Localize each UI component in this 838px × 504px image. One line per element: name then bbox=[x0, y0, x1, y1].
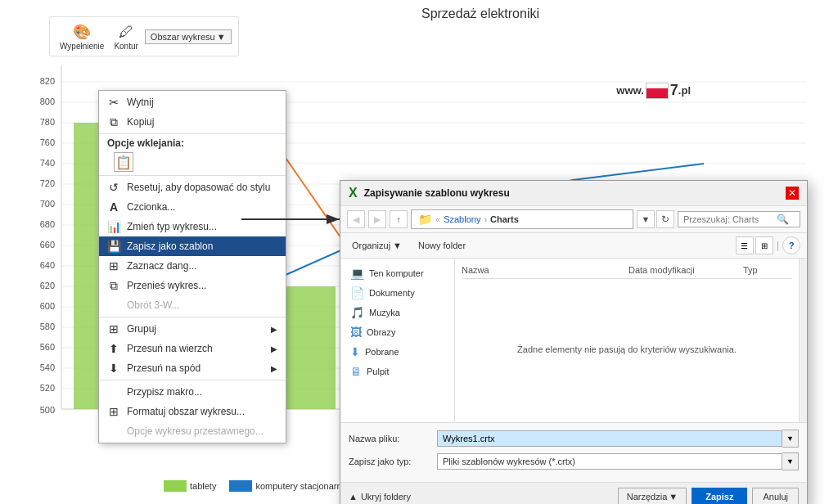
svg-text:760: 760 bbox=[40, 137, 55, 147]
contour-button[interactable]: 🖊 Kontur bbox=[110, 20, 141, 52]
pivot-icon bbox=[107, 425, 120, 438]
bring-forward-icon: ⬆ bbox=[107, 342, 120, 355]
search-input[interactable] bbox=[683, 214, 773, 224]
contour-icon: 🖊 bbox=[116, 22, 136, 42]
move-chart-icon: ⧉ bbox=[107, 279, 120, 292]
svg-text:500: 500 bbox=[40, 405, 55, 415]
dialog-sidebar: 💻 Ten komputer 📄 Dokumenty 🎵 Muzyka 🖼 Ob… bbox=[340, 259, 455, 422]
send-back-icon: ⬇ bbox=[107, 362, 120, 375]
paste-icon-row: 📋 bbox=[99, 151, 286, 173]
sidebar-pobrane[interactable]: ⬇ Pobrane bbox=[340, 342, 454, 362]
mark-data-icon: ⊞ bbox=[107, 259, 120, 272]
dialog-main: Nazwa Data modyfikacji Typ Żadne element… bbox=[455, 259, 799, 422]
dialog-footer: Nazwa pliku: ▼ Zapisz jako typ: Pliki sz… bbox=[340, 422, 807, 482]
svg-text:780: 780 bbox=[40, 117, 55, 127]
dialog-title-text: Zapisywanie szablonu wykresu bbox=[364, 187, 510, 199]
nav-refresh-button[interactable]: ↻ bbox=[656, 210, 674, 228]
menu-cut[interactable]: ✂ Wytnij bbox=[99, 92, 286, 112]
sidebar-obrazy[interactable]: 🖼 Obrazy bbox=[340, 322, 454, 342]
help-button[interactable]: ? bbox=[782, 236, 800, 254]
svg-text:540: 540 bbox=[40, 362, 55, 372]
paste-icon-button[interactable]: 📋 bbox=[114, 152, 133, 172]
new-folder-button[interactable]: Nowy folder bbox=[412, 238, 472, 253]
fill-button[interactable]: 🎨 Wypełnienie bbox=[56, 20, 107, 52]
menu-mark-data[interactable]: ⊞ Zaznacz dang... bbox=[99, 256, 286, 276]
tools-button[interactable]: Narzędzia ▼ bbox=[618, 488, 687, 504]
filename-row: Nazwa pliku: ▼ bbox=[349, 430, 799, 448]
svg-text:560: 560 bbox=[40, 342, 55, 352]
sidebar-dokumenty[interactable]: 📄 Dokumenty bbox=[340, 283, 454, 303]
dialog-scrollbar[interactable] bbox=[799, 259, 807, 422]
dialog-toolbar: Organizuj ▼ Nowy folder ☰ ⊞ | ? bbox=[340, 233, 807, 259]
rotate-3d-icon bbox=[107, 299, 120, 312]
menu-reset-style[interactable]: ↺ Resetuj, aby dopasować do stylu bbox=[99, 178, 286, 197]
filetype-dropdown-arrow[interactable]: ▼ bbox=[782, 452, 799, 470]
nav-forward-button[interactable]: ▶ bbox=[368, 210, 386, 228]
organize-arrow-icon: ▼ bbox=[393, 241, 402, 250]
search-box: 🔍 bbox=[678, 211, 800, 227]
menu-rotate-3d: Obrót 3-W... bbox=[99, 295, 286, 315]
organize-button[interactable]: Organizuj ▼ bbox=[347, 238, 407, 253]
context-menu: ✂ Wytnij ⧉ Kopiuj Opcje wklejania: 📋 ↺ R… bbox=[98, 90, 286, 443]
area-dropdown[interactable]: Obszar wykresu ▼ bbox=[145, 29, 232, 44]
nav-back-button[interactable]: ◀ bbox=[347, 210, 365, 228]
format-area-icon: ⊞ bbox=[107, 405, 120, 418]
col-date-header[interactable]: Data modyfikacji bbox=[628, 265, 743, 275]
menu-group[interactable]: ⊞ Grupuj ▶ bbox=[99, 319, 286, 339]
breadcrumb-szablony[interactable]: Szablony bbox=[444, 214, 480, 224]
pulpit-icon: 🖥 bbox=[350, 365, 362, 378]
save-template-icon: 💾 bbox=[107, 240, 120, 253]
col-type-header[interactable]: Typ bbox=[743, 265, 792, 275]
dropdown-arrow-icon: ▼ bbox=[217, 32, 226, 42]
dialog-close-button[interactable]: ✕ bbox=[786, 187, 799, 200]
svg-text:660: 660 bbox=[40, 240, 55, 250]
column-headers: Nazwa Data modyfikacji Typ bbox=[462, 265, 792, 279]
menu-separator-2 bbox=[99, 175, 286, 176]
cancel-button[interactable]: Anuluj bbox=[752, 488, 799, 504]
sidebar-muzyka[interactable]: 🎵 Muzyka bbox=[340, 303, 454, 322]
muzyka-icon: 🎵 bbox=[350, 306, 364, 319]
nav-up-button[interactable]: ↑ bbox=[390, 210, 408, 228]
menu-send-back[interactable]: ⬇ Przesuń na spód ▶ bbox=[99, 358, 286, 378]
macro-icon bbox=[107, 385, 120, 398]
menu-separator-4 bbox=[99, 380, 286, 380]
breadcrumb-path[interactable]: 📁 « Szablony › Charts bbox=[411, 209, 633, 229]
filetype-select-group: Pliki szablonów wykresów (*.crtx) ▼ bbox=[437, 452, 799, 470]
svg-text:580: 580 bbox=[40, 322, 55, 331]
send-back-arrow: ▶ bbox=[271, 364, 277, 373]
menu-assign-macro[interactable]: Przypisz makro... bbox=[99, 382, 286, 402]
menu-format-area[interactable]: ⊞ Formatuj obszar wykresu... bbox=[99, 402, 286, 421]
filename-label: Nazwa pliku: bbox=[349, 434, 430, 443]
dialog-content: 💻 Ten komputer 📄 Dokumenty 🎵 Muzyka 🖼 Ob… bbox=[340, 259, 807, 422]
save-dialog: X Zapisywanie szablonu wykresu ✕ ◀ ▶ ↑ 📁… bbox=[340, 180, 808, 504]
nav-dropdown-button[interactable]: ▼ bbox=[637, 210, 655, 228]
filetype-select[interactable]: Pliki szablonów wykresów (*.crtx) bbox=[437, 453, 782, 470]
col-name-header[interactable]: Nazwa bbox=[462, 265, 628, 275]
search-icon: 🔍 bbox=[777, 214, 789, 225]
breadcrumb-sep1: « bbox=[435, 214, 440, 224]
dokumenty-icon: 📄 bbox=[350, 286, 364, 299]
save-button[interactable]: Zapisz bbox=[692, 488, 747, 504]
dialog-actions: ▲ Ukryj foldery Narzędzia ▼ Zapisz Anulu… bbox=[340, 482, 807, 504]
cut-icon: ✂ bbox=[107, 96, 120, 109]
sidebar-ten-komputer[interactable]: 💻 Ten komputer bbox=[340, 263, 454, 283]
view-list-button[interactable]: ☰ bbox=[736, 236, 754, 254]
copy-icon: ⧉ bbox=[107, 115, 120, 128]
view-buttons: ☰ ⊞ | ? bbox=[736, 236, 800, 254]
reset-icon: ↺ bbox=[107, 181, 120, 194]
sidebar-pulpit[interactable]: 🖥 Pulpit bbox=[340, 362, 454, 381]
menu-copy[interactable]: ⧉ Kopiuj bbox=[99, 112, 286, 132]
svg-text:620: 620 bbox=[40, 281, 55, 290]
svg-text:720: 720 bbox=[40, 178, 55, 188]
filename-dropdown-arrow[interactable]: ▼ bbox=[782, 430, 799, 448]
menu-move-chart[interactable]: ⧉ Przenieś wykres... bbox=[99, 276, 286, 295]
arrow-indicator bbox=[241, 203, 356, 236]
view-details-button[interactable]: ⊞ bbox=[755, 236, 773, 254]
svg-text:740: 740 bbox=[40, 158, 55, 168]
menu-save-template[interactable]: 💾 Zapisz jako szablon bbox=[99, 236, 286, 256]
filename-input[interactable] bbox=[437, 430, 782, 447]
hide-folders-button[interactable]: ▲ Ukryj foldery bbox=[349, 492, 411, 502]
legend-tablety: tablety bbox=[164, 480, 216, 492]
menu-bring-forward[interactable]: ⬆ Przesuń na wierzch ▶ bbox=[99, 339, 286, 358]
group-icon: ⊞ bbox=[107, 322, 120, 335]
